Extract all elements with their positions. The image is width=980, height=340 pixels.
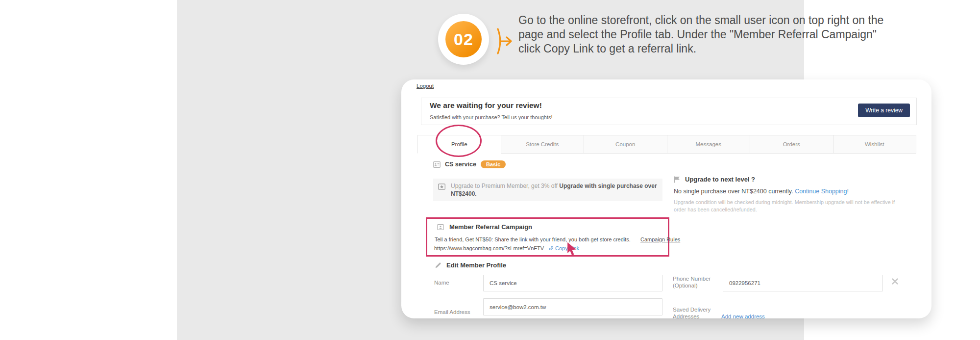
grey-stage-panel: 02 Go to the online storefront, click on… [177,0,804,340]
account-card: Logout We are waiting for your review! S… [401,79,931,318]
step-arrow-icon [494,27,513,55]
tab-store-credits[interactable]: Store Credits [501,135,585,154]
logout-link[interactable]: Logout [416,83,434,89]
referral-description-row: Tell a friend, Get NT$50: Share the link… [435,236,680,242]
member-id-card-icon [433,161,441,168]
upgrade-hint-box: Upgrade to Premium Member, get 3% off Up… [433,179,662,201]
next-level-status-text: No single purchase over NT$2400 currentl… [674,188,793,195]
referral-url: https://www.bagcombag.com/?sl-mref=VnFTV [434,245,544,251]
referral-title: Member Referral Campaign [449,223,532,231]
next-level-status: No single purchase over NT$2400 currentl… [674,188,849,195]
review-title: We are waiting for your review! [430,101,542,110]
name-input[interactable] [483,275,662,291]
referral-id-card-icon [437,224,444,230]
next-level-note: Upgrade condition will be checked during… [674,199,902,213]
upgrade-hint-text: Upgrade to Premium Member, get 3% off Up… [451,182,659,198]
referral-heading: Member Referral Campaign [437,223,532,231]
tutorial-screenshot: { "step": { "number": "02", "instruction… [0,0,980,340]
add-new-address-link[interactable]: Add new address [721,314,765,318]
tab-coupon[interactable]: Coupon [584,135,667,154]
copy-link[interactable]: Copy Link [548,245,579,251]
flag-icon [674,176,680,183]
premium-card-icon [438,183,445,192]
tab-orders[interactable]: Orders [750,135,833,154]
step-instruction-text: Go to the online storefront, click on th… [518,13,896,56]
referral-url-row: https://www.bagcombag.com/?sl-mref=VnFTV… [434,245,579,251]
pencil-icon [435,262,441,268]
phone-label: Phone Number (Optional) [673,275,712,289]
member-level-badge: Basic [481,160,506,168]
chain-link-icon [548,245,554,251]
write-review-button[interactable]: Write a review [858,104,910,117]
tab-messages[interactable]: Messages [667,135,751,154]
saved-addresses-label: Saved Delivery Addresses [673,306,713,318]
review-subtitle: Satisfied with your purchase? Tell us yo… [430,114,553,120]
edit-profile-title: Edit Member Profile [446,262,506,269]
referral-annotation-box: Member Referral Campaign Tell a friend, … [426,217,669,257]
campaign-rules-link[interactable]: Campaign Rules [640,236,680,242]
step-badge: 02 [438,14,489,65]
tab-profile[interactable]: Profile [417,135,501,154]
continue-shopping-link[interactable]: Continue Shopping! [795,188,849,195]
next-level-heading: Upgrade to next level ? [674,176,755,183]
tab-wishlist[interactable]: Wishlist [833,135,917,154]
upgrade-hint-muted: Upgrade to Premium Member, get 3% off [451,183,558,189]
step-number: 02 [445,21,482,57]
name-label: Name [434,279,449,286]
email-label: Email Address [434,309,470,315]
edit-profile-heading: Edit Member Profile [435,262,506,269]
copy-link-label: Copy Link [555,245,579,251]
email-input[interactable] [483,298,662,315]
member-row: CS service Basic [433,160,506,168]
profile-tabs: Profile Store Credits Coupon Messages Or… [417,135,916,154]
member-name: CS service [445,161,476,168]
review-banner: We are waiting for your review! Satisfie… [421,98,917,125]
next-level-title: Upgrade to next level ? [685,176,755,183]
clear-phone-icon[interactable] [892,278,898,287]
phone-input[interactable] [723,275,883,291]
referral-description: Tell a friend, Get NT$50: Share the link… [435,236,631,242]
